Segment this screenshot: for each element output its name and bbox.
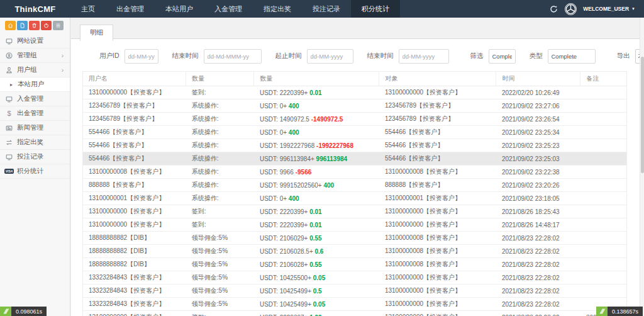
sidebar-toolbar xyxy=(0,18,70,34)
monitor-icon xyxy=(5,153,13,161)
column-header-4: 时间 xyxy=(496,72,580,86)
sidebar-item-6[interactable]: 新闻管理 xyxy=(0,121,70,135)
amount-delta: 400 xyxy=(323,182,334,189)
dollar-icon: $ xyxy=(5,110,13,117)
cell-amount: USDT: 99915202560+ 400 xyxy=(254,179,379,192)
table-row[interactable]: 13100000001【投资客户】系统操作:USDT: 0+ 400131000… xyxy=(83,192,627,205)
nav-item-3[interactable]: 入金管理 xyxy=(204,0,253,18)
amount-delta: -9566 xyxy=(296,169,312,176)
sidebar-item-1[interactable]: 管理组› xyxy=(0,48,70,63)
column-header-5: 备注 xyxy=(580,72,627,86)
table-row[interactable]: 18888888882【DIB】领导佣金:5%USDT: 2106028.5+ … xyxy=(83,245,627,258)
table-row[interactable]: 554466【投资客户】系统操作:USDT: 1992227968 -19922… xyxy=(83,139,627,152)
table-row[interactable]: 18888888882【DIB】领导佣金:5%USDT: 2106028+ 0.… xyxy=(83,258,627,271)
table-row[interactable]: 888888【投资客户】系统操作:USDT: 99915202560+ 4008… xyxy=(83,179,627,192)
sidebar: 网站设置管理组›用户组›▸本站用户入金管理$出金管理新闻管理指定出奖投注记录VI… xyxy=(0,18,70,316)
power-icon xyxy=(43,23,49,28)
cell-amount: USDT: 10425499+ 0.05 xyxy=(254,298,379,311)
amount-delta: 400 xyxy=(289,195,299,202)
cell-time: 2021/09/02 23:25:23 xyxy=(496,139,580,152)
amount-delta: 0.01 xyxy=(309,208,321,215)
cell-action: 系统操作: xyxy=(186,113,254,126)
table-row[interactable]: 18888888882【DIB】领导佣金:5%USDT: 2106029+ 0.… xyxy=(83,232,627,245)
news-icon xyxy=(5,124,13,132)
table-row[interactable]: 13323284843【投资客户】领导佣金:5%USDT: 10425500+ … xyxy=(83,271,627,285)
cell-time: 2021/08/23 22:28:02 xyxy=(496,311,580,316)
cell-action: 奖励: xyxy=(186,311,254,316)
nav-item-0[interactable]: 主页 xyxy=(70,0,106,18)
cell-username: 13323284843【投资客户】 xyxy=(83,285,186,298)
table-row[interactable]: 13100000000【投资客户】签到:USDT: 2220399+ 0.011… xyxy=(83,218,627,232)
home-button[interactable] xyxy=(5,21,16,30)
user-menu[interactable]: WELCOME_USER ▼ xyxy=(583,6,635,12)
cell-username: 123456789【投资客户】 xyxy=(83,99,186,113)
file-button[interactable] xyxy=(17,21,28,30)
cell-note xyxy=(580,192,627,205)
sidebar-item-7[interactable]: 指定出奖 xyxy=(0,135,70,150)
user-id-input[interactable] xyxy=(125,49,158,64)
file-icon xyxy=(19,23,25,28)
amount-base: USDT: 1992227968 xyxy=(260,142,314,149)
scrollbar-thumb[interactable] xyxy=(641,57,644,173)
table-row[interactable]: 13100000008【投资客户】系统操作:USDT: 9966 -956613… xyxy=(83,166,627,179)
cell-time: 2021/08/26 18:25:43 xyxy=(496,205,580,218)
table-row[interactable]: 13100000000【投资客户】签到:USDT: 2220399+ 0.011… xyxy=(83,86,627,99)
table-row[interactable]: 13100000000【投资客户】奖励:USDT: 2220397+ 1.991… xyxy=(83,311,627,316)
nav-item-5[interactable]: 投注记录 xyxy=(302,0,351,18)
cell-time: 2021/09/02 23:26:54 xyxy=(496,113,580,126)
power-button[interactable] xyxy=(41,21,52,30)
end-time1-input[interactable] xyxy=(204,49,262,64)
amount-delta: 0.05 xyxy=(313,301,325,308)
cell-action: 领导佣金:5% xyxy=(186,285,254,298)
table-row[interactable]: 123456789【投资客户】系统操作:USDT: 0+ 40012345678… xyxy=(83,99,627,113)
nav-item-6[interactable]: 积分统计 xyxy=(351,0,400,18)
cell-amount: USDT: 2106028+ 0.55 xyxy=(254,258,379,271)
sidebar-item-4[interactable]: 入金管理 xyxy=(0,92,70,106)
sidebar-item-5[interactable]: $出金管理 xyxy=(0,106,70,121)
page-scrollbar[interactable] xyxy=(640,18,644,316)
end-time2-input[interactable] xyxy=(399,49,449,64)
user-id-label: 用户ID xyxy=(99,52,119,60)
cell-note xyxy=(580,179,627,192)
brand-logo[interactable]: ThinkCMF xyxy=(0,0,70,18)
chevron-down-icon: ▼ xyxy=(631,7,635,11)
table-row[interactable]: 123456789【投资客户】系统操作:USDT: 1490972.5 -149… xyxy=(83,113,627,126)
list-button[interactable] xyxy=(53,21,64,30)
cell-target: 554466【投资客户】 xyxy=(379,139,496,152)
sidebar-item-2[interactable]: 用户组› xyxy=(0,63,70,77)
type-input[interactable] xyxy=(548,49,596,64)
table-row[interactable]: 13323284843【投资客户】领导佣金:5%USDT: 10425499+ … xyxy=(83,285,627,298)
table-row[interactable]: 13100000000【投资客户】签到:USDT: 2220399+ 0.011… xyxy=(83,205,627,218)
user-menu-label: WELCOME_USER xyxy=(583,6,629,12)
nav-item-4[interactable]: 指定出奖 xyxy=(253,0,302,18)
filter-bar: 用户ID 结束时间 起止时间 结束时间 筛选 类型 导出 不导出 查找 xyxy=(71,40,640,71)
cell-action: 系统操作: xyxy=(186,126,254,139)
start-time-input[interactable] xyxy=(307,49,353,64)
column-header-0: 用户名 xyxy=(83,72,186,86)
table-row[interactable]: 554466【投资客户】系统操作:USDT: 0+ 400554466【投资客户… xyxy=(83,126,627,139)
amount-base: USDT: 2220397+ xyxy=(260,314,308,316)
cell-username: 554466【投资客户】 xyxy=(83,139,186,152)
cell-username: 18888888882【DIB】 xyxy=(83,245,186,258)
trash-icon xyxy=(31,23,37,28)
table-header-row: 用户名数量数量对象时间备注 xyxy=(83,72,627,86)
cell-target: 13100000000【投资客户】 xyxy=(379,218,496,232)
tab-detail[interactable]: 明细 xyxy=(80,25,113,41)
export-label: 导出 xyxy=(617,52,630,60)
table-row[interactable]: 13323284843【投资客户】领导佣金:5%USDT: 10425499+ … xyxy=(83,298,627,311)
sidebar-item-8[interactable]: 投注记录 xyxy=(0,150,70,164)
refresh-icon[interactable] xyxy=(548,4,558,14)
nav-item-1[interactable]: 出金管理 xyxy=(106,0,155,18)
table-row[interactable]: 554466【投资客户】系统操作:USDT: 996113984+ 996113… xyxy=(83,152,627,166)
cell-target: 13100000000【投资客户】 xyxy=(379,205,496,218)
cell-time: 2021/09/02 23:20:26 xyxy=(496,179,580,192)
sidebar-item-0[interactable]: 网站设置 xyxy=(0,34,70,48)
sidebar-item-9[interactable]: VISA积分统计 xyxy=(0,164,70,179)
cell-username: 13323284843【投资客户】 xyxy=(83,271,186,285)
cell-time: 2022/02/20 10:26:49 xyxy=(496,86,580,99)
nav-item-2[interactable]: 本站用户 xyxy=(155,0,204,18)
trash-button[interactable] xyxy=(29,21,40,30)
avatar[interactable] xyxy=(565,3,577,15)
sidebar-item-3[interactable]: ▸本站用户 xyxy=(0,77,70,92)
filter-input[interactable] xyxy=(489,49,516,64)
